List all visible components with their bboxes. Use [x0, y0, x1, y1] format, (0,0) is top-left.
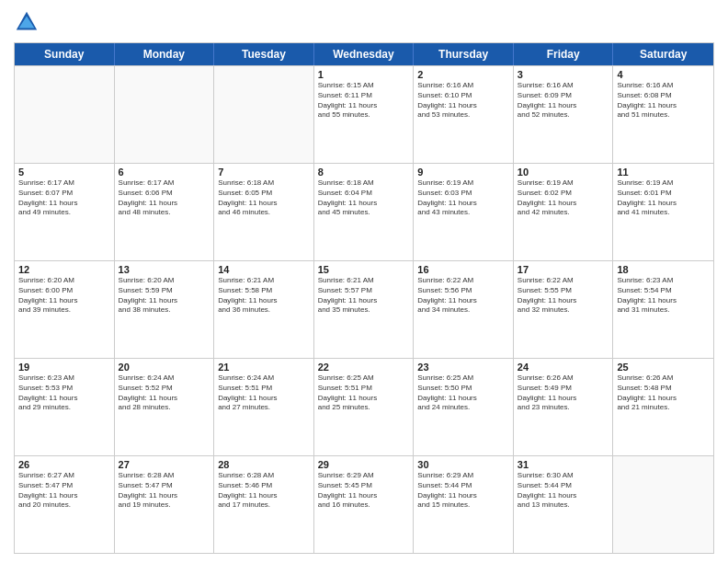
calendar-day-15: 15Sunrise: 6:21 AM Sunset: 5:57 PM Dayli… [314, 261, 415, 358]
day-info: Sunrise: 6:26 AM Sunset: 5:48 PM Dayligh… [617, 373, 710, 413]
calendar-week-4: 26Sunrise: 6:27 AM Sunset: 5:47 PM Dayli… [15, 455, 713, 553]
day-number: 14 [218, 264, 310, 275]
day-info: Sunrise: 6:25 AM Sunset: 5:50 PM Dayligh… [417, 373, 509, 413]
header-day-saturday: Saturday [613, 43, 713, 65]
day-number: 6 [119, 167, 210, 178]
day-info: Sunrise: 6:18 AM Sunset: 6:05 PM Dayligh… [218, 178, 310, 218]
page: SundayMondayTuesdayWednesdayThursdayFrid… [0, 0, 728, 563]
calendar-day-3: 3Sunrise: 6:16 AM Sunset: 6:09 PM Daylig… [514, 66, 614, 163]
calendar-day-1: 1Sunrise: 6:15 AM Sunset: 6:11 PM Daylig… [314, 66, 415, 163]
calendar-week-3: 19Sunrise: 6:23 AM Sunset: 5:53 PM Dayli… [15, 358, 713, 455]
calendar-day-25: 25Sunrise: 6:26 AM Sunset: 5:48 PM Dayli… [613, 359, 713, 455]
day-info: Sunrise: 6:24 AM Sunset: 5:51 PM Dayligh… [218, 373, 310, 413]
day-info: Sunrise: 6:19 AM Sunset: 6:02 PM Dayligh… [518, 178, 609, 218]
header-day-tuesday: Tuesday [214, 43, 314, 65]
day-number: 9 [417, 167, 509, 178]
calendar-body: 1Sunrise: 6:15 AM Sunset: 6:11 PM Daylig… [15, 65, 713, 553]
day-number: 19 [18, 362, 110, 373]
header-day-thursday: Thursday [414, 43, 514, 65]
calendar-day-30: 30Sunrise: 6:29 AM Sunset: 5:44 PM Dayli… [414, 456, 514, 553]
day-number: 30 [417, 459, 509, 470]
day-info: Sunrise: 6:22 AM Sunset: 5:56 PM Dayligh… [417, 276, 509, 316]
calendar-week-1: 5Sunrise: 6:17 AM Sunset: 6:07 PM Daylig… [15, 163, 713, 260]
day-info: Sunrise: 6:16 AM Sunset: 6:10 PM Dayligh… [417, 81, 509, 121]
day-info: Sunrise: 6:23 AM Sunset: 5:53 PM Dayligh… [18, 373, 110, 413]
day-number: 21 [218, 362, 310, 373]
day-number: 4 [617, 69, 710, 80]
calendar-day-16: 16Sunrise: 6:22 AM Sunset: 5:56 PM Dayli… [414, 261, 514, 358]
calendar-day-28: 28Sunrise: 6:28 AM Sunset: 5:46 PM Dayli… [214, 456, 314, 553]
day-number: 15 [318, 264, 410, 275]
day-info: Sunrise: 6:21 AM Sunset: 5:58 PM Dayligh… [218, 276, 310, 316]
day-info: Sunrise: 6:30 AM Sunset: 5:44 PM Dayligh… [518, 471, 609, 511]
day-info: Sunrise: 6:23 AM Sunset: 5:54 PM Dayligh… [617, 276, 710, 316]
day-number: 10 [518, 167, 609, 178]
day-number: 2 [417, 69, 509, 80]
day-number: 7 [218, 167, 310, 178]
day-info: Sunrise: 6:26 AM Sunset: 5:49 PM Dayligh… [518, 373, 609, 413]
header-day-sunday: Sunday [15, 43, 115, 65]
calendar-day-23: 23Sunrise: 6:25 AM Sunset: 5:50 PM Dayli… [414, 359, 514, 455]
header-day-monday: Monday [115, 43, 215, 65]
day-info: Sunrise: 6:22 AM Sunset: 5:55 PM Dayligh… [518, 276, 609, 316]
day-info: Sunrise: 6:19 AM Sunset: 6:03 PM Dayligh… [417, 178, 509, 218]
day-number: 23 [417, 362, 509, 373]
calendar-empty-cell [115, 66, 215, 163]
calendar-day-19: 19Sunrise: 6:23 AM Sunset: 5:53 PM Dayli… [15, 359, 115, 455]
calendar-day-8: 8Sunrise: 6:18 AM Sunset: 6:04 PM Daylig… [314, 164, 415, 260]
day-info: Sunrise: 6:19 AM Sunset: 6:01 PM Dayligh… [617, 178, 710, 218]
day-info: Sunrise: 6:29 AM Sunset: 5:45 PM Dayligh… [318, 471, 410, 511]
calendar-day-24: 24Sunrise: 6:26 AM Sunset: 5:49 PM Dayli… [514, 359, 614, 455]
day-number: 20 [119, 362, 210, 373]
day-number: 29 [318, 459, 410, 470]
day-info: Sunrise: 6:28 AM Sunset: 5:46 PM Dayligh… [218, 471, 310, 511]
day-number: 24 [518, 362, 609, 373]
day-number: 1 [318, 69, 410, 80]
logo-icon [14, 9, 40, 35]
day-info: Sunrise: 6:15 AM Sunset: 6:11 PM Dayligh… [318, 81, 410, 121]
day-info: Sunrise: 6:17 AM Sunset: 6:07 PM Dayligh… [18, 178, 110, 218]
day-number: 11 [617, 167, 710, 178]
day-number: 28 [218, 459, 310, 470]
calendar-week-0: 1Sunrise: 6:15 AM Sunset: 6:11 PM Daylig… [15, 65, 713, 163]
day-info: Sunrise: 6:20 AM Sunset: 6:00 PM Dayligh… [18, 276, 110, 316]
calendar-day-7: 7Sunrise: 6:18 AM Sunset: 6:05 PM Daylig… [214, 164, 314, 260]
calendar-day-18: 18Sunrise: 6:23 AM Sunset: 5:54 PM Dayli… [613, 261, 713, 358]
calendar-day-6: 6Sunrise: 6:17 AM Sunset: 6:06 PM Daylig… [115, 164, 215, 260]
day-number: 13 [119, 264, 210, 275]
header-day-wednesday: Wednesday [314, 43, 415, 65]
header-day-friday: Friday [514, 43, 614, 65]
day-number: 26 [18, 459, 110, 470]
day-info: Sunrise: 6:29 AM Sunset: 5:44 PM Dayligh… [417, 471, 509, 511]
calendar-day-22: 22Sunrise: 6:25 AM Sunset: 5:51 PM Dayli… [314, 359, 415, 455]
day-info: Sunrise: 6:24 AM Sunset: 5:52 PM Dayligh… [119, 373, 210, 413]
day-info: Sunrise: 6:16 AM Sunset: 6:09 PM Dayligh… [518, 81, 609, 121]
day-number: 25 [617, 362, 710, 373]
day-info: Sunrise: 6:27 AM Sunset: 5:47 PM Dayligh… [18, 471, 110, 511]
calendar-day-31: 31Sunrise: 6:30 AM Sunset: 5:44 PM Dayli… [514, 456, 614, 553]
day-number: 8 [318, 167, 410, 178]
day-info: Sunrise: 6:25 AM Sunset: 5:51 PM Dayligh… [318, 373, 410, 413]
calendar-day-2: 2Sunrise: 6:16 AM Sunset: 6:10 PM Daylig… [414, 66, 514, 163]
calendar-day-21: 21Sunrise: 6:24 AM Sunset: 5:51 PM Dayli… [214, 359, 314, 455]
day-info: Sunrise: 6:16 AM Sunset: 6:08 PM Dayligh… [617, 81, 710, 121]
calendar-day-29: 29Sunrise: 6:29 AM Sunset: 5:45 PM Dayli… [314, 456, 415, 553]
calendar-empty-cell [613, 456, 713, 553]
day-number: 12 [18, 264, 110, 275]
calendar-day-10: 10Sunrise: 6:19 AM Sunset: 6:02 PM Dayli… [514, 164, 614, 260]
calendar-day-17: 17Sunrise: 6:22 AM Sunset: 5:55 PM Dayli… [514, 261, 614, 358]
calendar-day-14: 14Sunrise: 6:21 AM Sunset: 5:58 PM Dayli… [214, 261, 314, 358]
day-number: 17 [518, 264, 609, 275]
calendar: SundayMondayTuesdayWednesdayThursdayFrid… [14, 42, 714, 554]
calendar-day-26: 26Sunrise: 6:27 AM Sunset: 5:47 PM Dayli… [15, 456, 115, 553]
calendar-day-9: 9Sunrise: 6:19 AM Sunset: 6:03 PM Daylig… [414, 164, 514, 260]
day-number: 22 [318, 362, 410, 373]
calendar-week-2: 12Sunrise: 6:20 AM Sunset: 6:00 PM Dayli… [15, 260, 713, 358]
calendar-day-13: 13Sunrise: 6:20 AM Sunset: 5:59 PM Dayli… [115, 261, 215, 358]
day-number: 31 [518, 459, 609, 470]
day-number: 3 [518, 69, 609, 80]
calendar-day-27: 27Sunrise: 6:28 AM Sunset: 5:47 PM Dayli… [115, 456, 215, 553]
day-info: Sunrise: 6:28 AM Sunset: 5:47 PM Dayligh… [119, 471, 210, 511]
day-info: Sunrise: 6:21 AM Sunset: 5:57 PM Dayligh… [318, 276, 410, 316]
calendar-day-12: 12Sunrise: 6:20 AM Sunset: 6:00 PM Dayli… [15, 261, 115, 358]
